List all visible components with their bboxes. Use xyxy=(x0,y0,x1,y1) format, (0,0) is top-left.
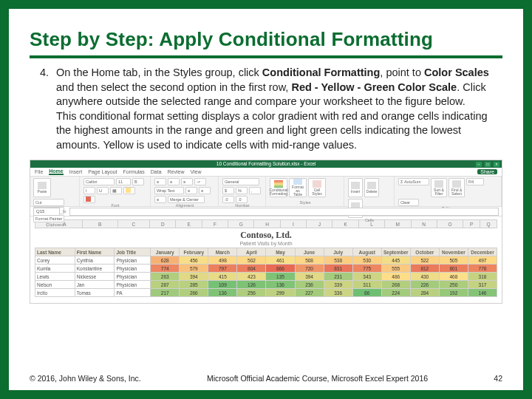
cell[interactable]: Cynthia xyxy=(75,256,115,265)
value-cell[interactable]: 502 xyxy=(237,256,266,265)
cell[interactable]: Nelson xyxy=(35,281,75,289)
value-cell[interactable]: 831 xyxy=(324,265,352,273)
paste-button[interactable]: Paste xyxy=(33,178,51,197)
border-button[interactable]: ▦ xyxy=(110,187,122,194)
cell[interactable]: Physician xyxy=(115,281,151,289)
cell[interactable]: Jan xyxy=(75,281,115,289)
percent-button[interactable]: % xyxy=(236,187,248,194)
value-cell[interactable]: 227 xyxy=(295,289,324,297)
insert-cells-button[interactable]: Insert xyxy=(348,178,363,197)
value-cell[interactable]: 299 xyxy=(266,289,295,297)
value-cell[interactable]: 231 xyxy=(324,273,352,281)
value-cell[interactable]: 343 xyxy=(352,273,381,281)
col-hdr[interactable]: G xyxy=(228,220,254,228)
value-cell[interactable]: 136 xyxy=(208,289,237,297)
value-cell[interactable]: 579 xyxy=(180,265,208,273)
tab-data[interactable]: Data xyxy=(151,169,162,174)
align-bot-button[interactable]: ≡ xyxy=(181,178,193,185)
value-cell[interactable]: 86 xyxy=(352,289,381,297)
col-hdr[interactable]: H xyxy=(254,220,280,228)
cell-styles-button[interactable]: Cell Styles xyxy=(308,178,326,197)
tab-formulas[interactable]: Formulas xyxy=(123,169,145,174)
tab-review[interactable]: Review xyxy=(168,169,185,174)
cell[interactable]: Konstantine xyxy=(75,265,115,273)
value-cell[interactable]: 804 xyxy=(237,265,266,273)
value-cell[interactable]: 146 xyxy=(468,289,497,297)
orientation-button[interactable]: ⤻ xyxy=(194,178,206,185)
value-cell[interactable]: 430 xyxy=(410,273,439,281)
col-hdr[interactable]: O xyxy=(437,220,463,228)
value-cell[interactable]: 538 xyxy=(324,256,352,265)
value-cell[interactable]: 250 xyxy=(439,281,468,289)
sort-filter-button[interactable]: Sort & Filter xyxy=(431,178,447,197)
font-family-combo[interactable]: Calibri xyxy=(83,178,115,185)
value-cell[interactable]: 135 xyxy=(266,273,295,281)
value-cell[interactable]: 530 xyxy=(352,256,381,265)
value-cell[interactable]: 284 xyxy=(410,289,439,297)
value-cell[interactable]: 508 xyxy=(295,256,324,265)
maximize-icon[interactable]: □ xyxy=(484,161,491,168)
comma-button[interactable]: , xyxy=(249,187,261,194)
fill-color-button[interactable] xyxy=(123,187,135,194)
value-cell[interactable]: 256 xyxy=(237,289,266,297)
cell[interactable]: Nickesse xyxy=(75,273,115,281)
value-cell[interactable]: 136 xyxy=(266,281,295,289)
dec-decimal-button[interactable]: .0 xyxy=(236,196,248,203)
value-cell[interactable]: 423 xyxy=(237,273,266,281)
value-cell[interactable]: 263 xyxy=(151,273,180,281)
value-cell[interactable]: 801 xyxy=(439,265,468,273)
value-cell[interactable]: 394 xyxy=(295,273,324,281)
cut-button[interactable]: Cut xyxy=(33,199,64,206)
col-hdr[interactable]: C xyxy=(117,220,149,228)
merge-center-button[interactable]: Merge & Center xyxy=(168,196,205,203)
value-cell[interactable]: 192 xyxy=(439,289,468,297)
value-cell[interactable]: 461 xyxy=(266,256,295,265)
format-as-table-button[interactable]: Format as Table xyxy=(289,178,307,197)
clear-button[interactable]: Clear xyxy=(398,199,419,206)
tab-file[interactable]: File xyxy=(35,169,43,174)
minimize-icon[interactable]: – xyxy=(475,161,482,168)
value-cell[interactable]: 109 xyxy=(208,281,237,289)
value-cell[interactable]: 497 xyxy=(468,256,497,265)
align-left-button[interactable]: ≡ xyxy=(185,187,197,194)
currency-button[interactable]: $ xyxy=(222,187,234,194)
cell[interactable]: Kumla xyxy=(35,265,75,273)
bold-button[interactable]: B xyxy=(132,178,144,185)
tab-insert[interactable]: Insert xyxy=(69,169,83,174)
value-cell[interactable]: 555 xyxy=(381,265,410,273)
value-cell[interactable]: 317 xyxy=(468,281,497,289)
cell[interactable]: Lewis xyxy=(35,273,75,281)
wrap-text-button[interactable]: Wrap Text xyxy=(154,187,184,194)
name-box[interactable]: Q15 xyxy=(33,208,60,216)
number-format-combo[interactable]: General xyxy=(222,178,259,185)
cell[interactable]: Physician xyxy=(115,273,151,281)
col-hdr[interactable]: D xyxy=(150,220,176,228)
value-cell[interactable]: 812 xyxy=(410,265,439,273)
format-painter-button[interactable]: Format Painter xyxy=(33,215,64,222)
value-cell[interactable]: 486 xyxy=(381,273,410,281)
value-cell[interactable]: 266 xyxy=(180,289,208,297)
value-cell[interactable]: 778 xyxy=(468,265,497,273)
value-cell[interactable]: 797 xyxy=(208,265,237,273)
value-cell[interactable]: 285 xyxy=(180,281,208,289)
tab-pagelayout[interactable]: Page Layout xyxy=(88,169,117,174)
cell[interactable]: Ircito xyxy=(35,289,75,297)
value-cell[interactable]: 775 xyxy=(352,265,381,273)
col-hdr[interactable]: F xyxy=(202,220,228,228)
value-cell[interactable]: 498 xyxy=(208,256,237,265)
font-color-button[interactable] xyxy=(83,196,95,203)
align-center-button[interactable]: ≡ xyxy=(199,187,211,194)
align-top-button[interactable]: ≡ xyxy=(154,178,166,185)
col-hdr[interactable]: J xyxy=(307,220,332,228)
value-cell[interactable]: 236 xyxy=(295,281,324,289)
tab-home[interactable]: Home xyxy=(49,168,63,175)
italic-button[interactable]: I xyxy=(83,187,95,194)
value-cell[interactable]: 774 xyxy=(151,265,180,273)
value-cell[interactable]: 720 xyxy=(295,265,324,273)
value-cell[interactable]: 217 xyxy=(151,289,180,297)
autosum-button[interactable]: Σ AutoSum xyxy=(398,178,429,185)
underline-button[interactable]: U xyxy=(97,187,109,194)
delete-cells-button[interactable]: Delete xyxy=(364,178,379,197)
value-cell[interactable]: 628 xyxy=(151,256,180,265)
value-cell[interactable]: 224 xyxy=(381,289,410,297)
